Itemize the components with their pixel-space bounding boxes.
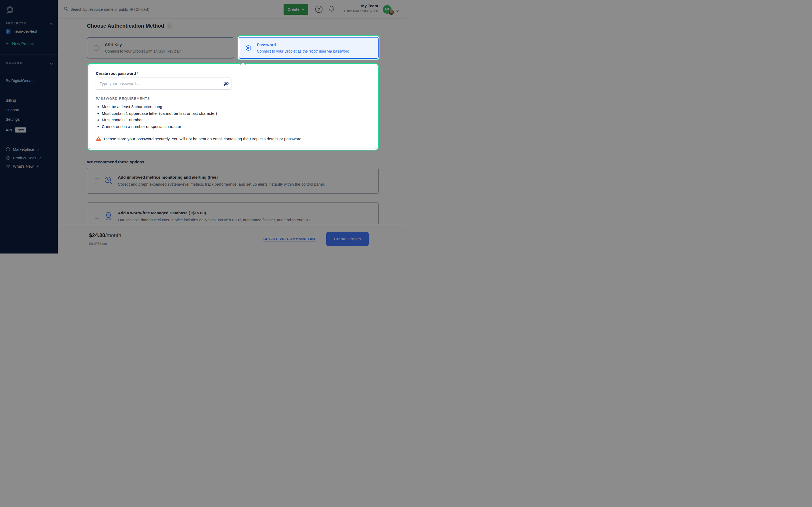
- radio-selected-icon[interactable]: [246, 45, 251, 51]
- radio-unselected-icon[interactable]: [94, 45, 99, 51]
- divider: [0, 141, 58, 141]
- sidebar-item-by-digitalocean[interactable]: By DigitalOcean: [0, 78, 58, 83]
- ssh-key-title: SSH Key: [105, 42, 181, 47]
- root-password-input[interactable]: [96, 77, 232, 90]
- divider: [341, 5, 341, 14]
- database-icon: [104, 212, 113, 221]
- create-root-password-panel: Create root password* PASSWORD REQUIREME…: [89, 65, 377, 149]
- sidebar-item-support[interactable]: Support: [0, 108, 58, 112]
- digitalocean-logo-icon[interactable]: [5, 6, 63, 15]
- page-title: Choose Authentication Method: [87, 23, 164, 29]
- chevron-down-icon[interactable]: [396, 8, 399, 13]
- password-title: Password: [257, 42, 349, 47]
- option-metrics-monitoring[interactable]: Add improved metrics monitoring and aler…: [87, 168, 378, 194]
- team-name[interactable]: My Team: [344, 3, 378, 8]
- password-requirements-header: PASSWORD REQUIREMENTS: [96, 97, 370, 101]
- external-link-icon: ↗: [37, 148, 40, 152]
- metrics-description: Collect and graph expanded system-level …: [118, 182, 325, 186]
- notifications-bell-icon[interactable]: [328, 5, 335, 13]
- search-input[interactable]: [70, 7, 221, 11]
- create-label: Create: [288, 7, 299, 11]
- api-label: API: [6, 128, 12, 132]
- chevron-down-icon: [301, 9, 304, 10]
- chevron-up-icon[interactable]: [50, 21, 53, 26]
- new-project-button[interactable]: + New Project: [0, 41, 58, 46]
- sidebar-item-api[interactable]: API New: [0, 127, 58, 132]
- sidebar-item-project[interactable]: neon-dev-test: [0, 29, 58, 34]
- sidebar-item-marketplace[interactable]: Marketplace ↗: [0, 147, 58, 152]
- topbar: Create ? My Team Estimated costs: $0.00 …: [58, 0, 406, 19]
- auth-option-password[interactable]: Password Connect to your Droplet as the …: [239, 37, 379, 59]
- cube-icon: [6, 147, 10, 152]
- divider: [0, 54, 58, 55]
- create-via-command-line-link[interactable]: CREATE VIA COMMAND LINE: [263, 237, 316, 241]
- recommend-heading: We recommend these options: [87, 160, 378, 164]
- price-month-suffix: /month: [105, 232, 121, 238]
- price-per-month: $24.00: [89, 232, 105, 238]
- chevron-down-icon[interactable]: [50, 61, 53, 66]
- whats-new-label: What's New: [13, 164, 34, 168]
- password-option-highlight: Password Connect to your Droplet as the …: [237, 36, 380, 60]
- help-glyph: ?: [168, 24, 170, 28]
- requirement-item: Must contain 1 uppercase letter (cannot …: [102, 110, 370, 117]
- external-link-icon: ↗: [39, 156, 42, 160]
- sidebar-item-product-docs[interactable]: Product Docs ↗: [0, 156, 58, 160]
- password-field-label: Create root password*: [96, 71, 370, 76]
- requirement-item: Must contain 1 number: [102, 117, 370, 123]
- warning-icon: [96, 136, 101, 142]
- search-icon: [64, 7, 68, 12]
- password-description: Connect to your Droplet as the “root” us…: [257, 49, 349, 53]
- user-avatar[interactable]: [389, 10, 394, 15]
- metrics-monitoring-icon: [104, 176, 113, 185]
- metrics-title: Add improved metrics monitoring and aler…: [118, 175, 325, 179]
- avatar-initials: MT: [385, 8, 389, 11]
- new-project-label: New Project: [12, 41, 34, 46]
- database-checkbox[interactable]: [95, 214, 99, 219]
- metrics-checkbox[interactable]: [95, 178, 99, 183]
- projects-header: PROJECTS: [6, 22, 26, 25]
- manage-header: MANAGE: [6, 62, 22, 65]
- footer-bar: $24.00/month $0.036/hour CREATE VIA COMM…: [58, 224, 406, 253]
- external-link-icon: ↗: [36, 164, 39, 168]
- heading-help-icon[interactable]: ?: [167, 23, 171, 29]
- auth-method-options: SSH Key Connect to your Droplet with an …: [87, 37, 378, 58]
- megaphone-icon: [6, 164, 10, 168]
- main-content: Choose Authentication Method ? SSH Key C…: [58, 19, 406, 253]
- password-requirements-list: Must be at least 8 characters long Must …: [96, 104, 370, 130]
- toggle-password-visibility-button[interactable]: [223, 81, 229, 87]
- ssh-key-description: Connect to your Droplet with an SSH key …: [105, 49, 181, 53]
- estimated-costs: Estimated costs: $0.00: [344, 9, 378, 13]
- help-glyph: ?: [318, 7, 320, 11]
- password-warning-text: Please store your password securely. You…: [104, 136, 303, 142]
- marketplace-label: Marketplace: [13, 147, 34, 152]
- project-name: neon-dev-test: [13, 29, 37, 34]
- requirement-item: Must be at least 8 characters long: [102, 104, 370, 110]
- project-icon: [6, 29, 10, 34]
- product-docs-label: Product Docs: [13, 156, 36, 160]
- required-asterisk: *: [137, 71, 138, 76]
- create-button[interactable]: Create: [284, 4, 308, 15]
- eye-slash-icon: [223, 81, 229, 87]
- password-panel-highlight: Create root password* PASSWORD REQUIREME…: [87, 63, 378, 151]
- sidebar-item-settings[interactable]: Settings: [0, 117, 58, 121]
- sidebar-item-whats-new[interactable]: What's New ↗: [0, 164, 58, 168]
- create-droplet-button[interactable]: Create Droplet: [326, 232, 369, 246]
- requirement-item: Cannot end in a number or special charac…: [102, 123, 370, 130]
- help-icon[interactable]: ?: [315, 6, 322, 13]
- auth-option-ssh-key[interactable]: SSH Key Connect to your Droplet with an …: [87, 37, 234, 58]
- price-block: $24.00/month $0.036/hour: [89, 232, 121, 246]
- new-badge: New: [15, 127, 26, 132]
- layers-icon: [6, 156, 10, 160]
- divider: [0, 91, 58, 91]
- sidebar-item-billing[interactable]: Billing: [0, 98, 58, 103]
- sidebar: PROJECTS neon-dev-test + New Project MAN…: [0, 0, 58, 253]
- plus-icon: +: [6, 41, 9, 46]
- database-description: Our scalable database cluster service in…: [118, 218, 313, 222]
- price-per-hour: $0.036/hour: [89, 242, 121, 246]
- database-title: Add a worry-free Managed Database (+$15.…: [118, 211, 313, 215]
